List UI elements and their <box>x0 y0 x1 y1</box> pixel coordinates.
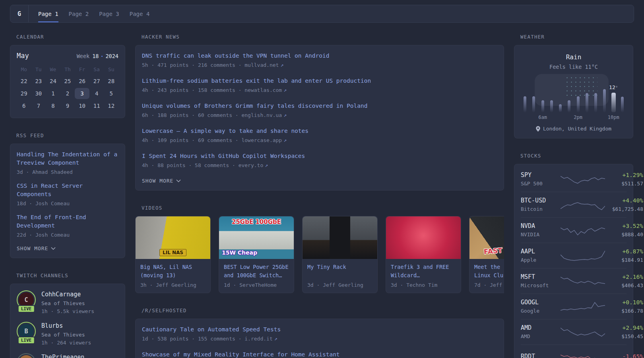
video-thumbnail[interactable]: 25GbE 100GbE15W Cheap <box>219 216 294 259</box>
avatar-wrap: C LIVE <box>17 290 36 312</box>
hackernews-item-title[interactable]: DNS traffic can leak outside the VPN tun… <box>142 52 497 60</box>
video-title[interactable]: Meet the Linux Clu <box>474 263 504 280</box>
external-link-icon[interactable]: ↗ <box>280 62 283 68</box>
video-card-body: Big NAS, Lil NAS (moving 13) 3h · Jeff G… <box>136 259 210 293</box>
calendar-year: 2024 <box>105 53 118 59</box>
weekday-label: Th <box>60 66 75 73</box>
calendar-month: May <box>17 52 29 60</box>
dot-separator <box>101 56 103 57</box>
stock-company: AMD <box>521 333 561 340</box>
stock-ticker: NVDA <box>521 222 561 230</box>
rss-list: Handling The Indentation of a Treeview C… <box>17 150 118 238</box>
thumbnail-text: FAST <box>483 246 502 256</box>
rss-show-more[interactable]: SHOW MORE <box>17 245 56 251</box>
video-thumbnail[interactable]: LIL NAS <box>136 216 210 259</box>
rss-item-title[interactable]: CSS in React Server Components <box>17 182 118 198</box>
hackernews-item-title[interactable]: Lithium-free sodium batteries exit the l… <box>142 77 497 85</box>
calendar-day: 7 <box>31 100 46 111</box>
hackernews-item-title[interactable]: I Spent 24 Hours with GitHub Copilot Wor… <box>142 152 497 160</box>
reddit-item: Cautionary Tale on Automated Speed Tests… <box>142 325 497 342</box>
video-title[interactable]: My Tiny Rack <box>307 263 372 280</box>
stock-company: Google <box>521 308 561 314</box>
stock-values: +0.10% $166.78 <box>605 299 643 314</box>
avatar-wrap: P <box>17 353 36 358</box>
page-tab[interactable]: Page 1 <box>38 5 58 22</box>
external-link-icon[interactable]: ↗ <box>274 336 277 342</box>
stock-change: +0.10% <box>605 299 643 306</box>
reddit-item-title[interactable]: Cautionary Tale on Automated Speed Tests <box>142 325 497 334</box>
twitch-channel[interactable]: P ThePrimeagen <box>17 353 118 358</box>
twitch-widget: TWITCH CHANNELS C LIVE CohhCarnage <box>10 272 125 358</box>
live-badge: LIVE <box>18 305 35 313</box>
video-card[interactable]: 25GbE 100GbE15W Cheap BEST Low Power 25G… <box>219 216 294 293</box>
video-card[interactable]: My Tiny Rack 3d · Jeff Geerling <box>302 216 378 293</box>
app-logo[interactable]: G <box>10 5 29 22</box>
page-tab[interactable]: Page 3 <box>99 5 119 22</box>
hackernews-card: DNS traffic can leak outside the VPN tun… <box>135 45 504 191</box>
hackernews-item-title[interactable]: Lowercase – A simple way to take and sha… <box>142 127 497 135</box>
channel-info: Blurbs Sea of Thieves 1h · 264 viewers <box>41 322 91 346</box>
external-link-icon[interactable]: ↗ <box>265 162 268 168</box>
weather-bar <box>568 100 570 112</box>
video-card[interactable]: LIL NAS Big NAS, Lil NAS (moving 13) 3h … <box>135 216 211 293</box>
video-title[interactable]: BEST Low Power 25GbE and 100GbE Switch… <box>224 263 289 280</box>
external-link-icon[interactable]: ↗ <box>283 137 287 143</box>
hackernews-item-title[interactable]: Unique volumes of Brothers Grimm fairy t… <box>142 102 497 110</box>
stock-row[interactable]: BTC-USD Bitcoin +4.40% $61,725.48 <box>521 192 627 217</box>
video-thumbnail[interactable] <box>386 216 461 259</box>
weather-bar <box>577 96 580 112</box>
avatar-initial: P <box>19 355 34 358</box>
video-thumbnail[interactable] <box>303 216 377 259</box>
chevron-down-icon <box>51 247 56 250</box>
external-link-icon[interactable]: ↗ <box>283 112 287 118</box>
stock-row[interactable]: GOOGL Google +0.10% $166.78 <box>521 294 627 319</box>
meta-text: 4h · 109 points · 69 comments · lowercas… <box>142 137 282 143</box>
stock-company: Bitcoin <box>521 206 561 212</box>
calendar-day: 26 <box>75 76 89 87</box>
reddit-item-meta: 1d · 538 points · 155 comments · i.redd.… <box>142 335 497 342</box>
live-badge: LIVE <box>18 337 35 344</box>
stock-spark-wrap <box>561 274 605 289</box>
calendar-day: 24 <box>46 76 60 87</box>
twitch-channel[interactable]: B LIVE Blurbs Sea of Thieves 1h · 264 vi… <box>17 322 118 346</box>
rss-item-title[interactable]: The End of Front-End Development <box>17 213 118 230</box>
stock-company: S&P 500 <box>521 181 561 187</box>
video-title[interactable]: Traefik 3 and FREE Wildcard… <box>391 263 456 280</box>
stock-row[interactable]: RDDT -1.65% <box>521 344 627 358</box>
reddit-item-title[interactable]: Showcase of my Mixed Reality Interface f… <box>142 350 497 358</box>
video-card[interactable]: Traefik 3 and FREE Wildcard… 3d · Techno… <box>386 216 461 293</box>
stock-row[interactable]: NVDA NVIDIA +3.52% $888.40 <box>521 217 627 243</box>
weather-condition: Rain <box>521 53 627 61</box>
rss-item-title[interactable]: Handling The Indentation of a Treeview C… <box>17 150 118 167</box>
stock-row[interactable]: MSFT Microsoft +2.16% $406.43 <box>521 268 627 294</box>
meta-text: 1d · 538 points · 155 comments · i.redd.… <box>142 336 273 342</box>
video-card[interactable]: FAST Meet the Linux Clu 7d · Jeff Geerli… <box>469 216 504 293</box>
hackernews-show-more[interactable]: SHOW MORE <box>142 178 181 184</box>
weather-bar <box>541 100 544 112</box>
stock-change: +2.16% <box>605 273 643 281</box>
page-tab[interactable]: Page 2 <box>69 5 89 22</box>
video-thumbnail[interactable]: FAST <box>469 216 504 259</box>
stock-row[interactable]: AAPL Apple +6.87% $184.91 <box>521 243 627 268</box>
calendar-weekdays: MoTuWeThFrSaSu <box>17 66 118 76</box>
weekday-label: Fr <box>75 66 89 73</box>
rss-item-meta: 3d · Ahmad Shadeed <box>17 169 118 175</box>
calendar-day: 10 <box>75 100 89 111</box>
external-link-icon[interactable]: ↗ <box>283 87 287 93</box>
page-tab[interactable]: Page 4 <box>130 5 150 22</box>
stock-price: $184.91 <box>605 257 643 263</box>
video-title[interactable]: Big NAS, Lil NAS (moving 13) <box>140 263 206 280</box>
stock-row[interactable]: SPY S&P 500 +1.29% $511.57 <box>521 167 627 192</box>
calendar-day: 3 <box>75 88 89 99</box>
stock-change: +1.29% <box>605 171 643 179</box>
stock-row[interactable]: AMD AMD +2.94% $150.45 <box>521 319 627 344</box>
calendar-days: 222324252627282930123456789101112 <box>17 76 118 111</box>
video-carousel[interactable]: LIL NAS Big NAS, Lil NAS (moving 13) 3h … <box>135 216 504 293</box>
stock-change: +2.94% <box>605 324 643 332</box>
rss-widget: RSS FEED Handling The Indentation of a T… <box>10 132 125 258</box>
weather-feels-like: Feels like 11°C <box>521 64 627 70</box>
twitch-channel[interactable]: C LIVE CohhCarnage Sea of Thieves 1h · 5… <box>17 290 118 315</box>
video-card-body: Traefik 3 and FREE Wildcard… 3d · Techno… <box>386 259 461 293</box>
videos-widget: VIDEOS LIL NAS Big NAS, Lil NAS (moving … <box>135 205 504 293</box>
weather-time-label: 10pm <box>608 115 619 120</box>
